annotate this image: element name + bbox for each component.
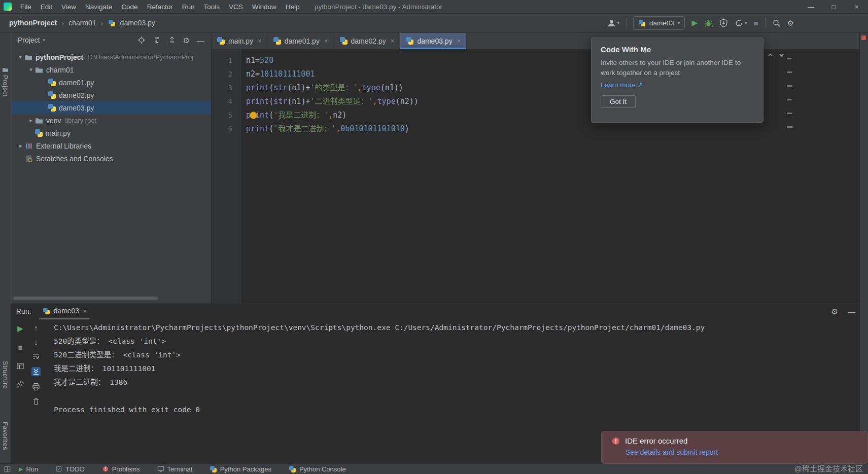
console-line: Process finished with exit code 0 — [54, 403, 856, 417]
menu-edit[interactable]: Edit — [36, 0, 57, 13]
chevron-expanded-icon[interactable]: ▾ — [16, 54, 24, 60]
close-tab-icon[interactable]: × — [391, 37, 395, 45]
notification-title: IDE error occurred — [625, 436, 687, 445]
breadcrumb-folder[interactable]: charm01 — [68, 19, 96, 27]
statusbar-run-button[interactable]: ▶ Run — [19, 465, 38, 473]
close-tab-icon[interactable]: × — [258, 37, 262, 45]
chevron-collapsed-icon[interactable]: ▸ — [17, 142, 25, 149]
menu-run[interactable]: Run — [178, 0, 199, 13]
minimize-button[interactable]: — — [800, 0, 822, 13]
tree-item-dame01[interactable]: dame01.py — [11, 76, 211, 89]
statusbar-todo-button[interactable]: TODO — [55, 465, 84, 473]
run-settings-gear-icon[interactable]: ⚙ — [831, 308, 838, 315]
code-pane[interactable]: n1=520 n2=101101111001 print(str(n1)+'的类… — [241, 50, 860, 303]
run-tab-dame03[interactable]: dame03 × — [39, 303, 90, 319]
tree-item-venv[interactable]: ▸ venv library root — [11, 114, 211, 127]
profiler-button[interactable]: ▾ — [735, 19, 747, 27]
got-it-button[interactable]: Got It — [601, 95, 636, 108]
up-stack-trace-button[interactable]: ↑ — [34, 324, 38, 332]
tool-stripe-project[interactable]: Project — [2, 75, 9, 96]
locate-file-button[interactable] — [137, 36, 146, 44]
run-button[interactable]: ▶ — [691, 18, 698, 27]
breadcrumb-file[interactable]: dame03.py — [120, 19, 155, 27]
menu-file[interactable]: File — [16, 0, 36, 13]
stop-button[interactable]: ■ — [753, 19, 758, 27]
breadcrumb-project[interactable]: pythonProject — [9, 19, 57, 27]
run-console-output[interactable]: C:\Users\Administrator\PycharmProjects\p… — [54, 321, 856, 417]
code-with-me-button[interactable]: ▾ — [607, 19, 620, 27]
tab-main-py[interactable]: main.py × — [212, 32, 268, 49]
breadcrumb-separator: › — [61, 19, 64, 27]
close-tab-icon[interactable]: × — [457, 37, 461, 45]
maximize-button[interactable]: □ — [822, 0, 845, 13]
menu-vcs[interactable]: VCS — [224, 0, 248, 13]
console-line: 520的类型是： <class 'int'> — [54, 335, 856, 348]
notification-indicator-icon[interactable] — [861, 35, 866, 40]
scratches-icon — [25, 155, 33, 163]
watermark: @稀土掘金技术社区 — [794, 463, 863, 473]
learn-more-link[interactable]: Learn more ↗ — [601, 81, 643, 89]
chevron-expanded-icon[interactable]: ▾ — [27, 66, 35, 73]
see-details-link[interactable]: See details and submit report — [626, 448, 859, 456]
statusbar-python-console-button[interactable]: Python Console — [289, 465, 346, 473]
menu-view[interactable]: View — [57, 0, 81, 13]
pin-tab-button[interactable] — [16, 380, 24, 388]
menu-help[interactable]: Help — [281, 0, 304, 13]
tool-window-switcher-icon[interactable] — [4, 466, 11, 472]
statusbar-problems-button[interactable]: Problems — [102, 465, 140, 473]
print-button[interactable] — [32, 383, 40, 391]
tab-dame02-py[interactable]: dame02.py × — [334, 32, 401, 49]
project-panel-header: Project ▾ ⚙ — — [11, 32, 211, 48]
tool-stripe-favorites[interactable]: Favorites — [2, 422, 9, 450]
clear-all-button[interactable] — [32, 397, 40, 406]
panel-settings-gear-icon[interactable]: ⚙ — [183, 37, 190, 44]
tool-stripe-structure[interactable]: Structure — [2, 361, 9, 389]
tree-item-external-libraries[interactable]: ▸ External Libraries — [11, 139, 211, 152]
tab-dame01-py[interactable]: dame01.py × — [268, 32, 334, 49]
chevron-down-icon[interactable] — [778, 52, 785, 58]
project-panel-title[interactable]: Project — [18, 36, 40, 44]
search-everywhere-button[interactable] — [772, 19, 781, 27]
shield-icon — [719, 19, 728, 27]
horizontal-scrollbar[interactable] — [13, 297, 158, 300]
menu-refactor[interactable]: Refactor — [143, 0, 178, 13]
coverage-button[interactable] — [719, 19, 728, 27]
ide-error-notification: IDE error occurred See details and submi… — [601, 431, 868, 464]
soft-wrap-button[interactable] — [32, 352, 40, 360]
settings-gear-icon[interactable]: ⚙ — [787, 19, 794, 27]
menu-tools[interactable]: Tools — [199, 0, 224, 13]
tree-item-scratches[interactable]: Scratches and Consoles — [11, 152, 211, 165]
close-tab-icon[interactable]: × — [324, 37, 328, 45]
close-button[interactable]: × — [845, 0, 868, 13]
close-run-tab-icon[interactable]: × — [83, 307, 87, 315]
run-config-selector[interactable]: dame03 ▾ — [633, 16, 685, 30]
debug-button[interactable] — [704, 19, 713, 27]
error-stripe-mark — [787, 58, 792, 59]
statusbar-python-packages-button[interactable]: Python Packages — [210, 465, 271, 473]
statusbar-terminal-button[interactable]: Terminal — [157, 465, 192, 473]
down-stack-trace-button[interactable]: ↓ — [34, 338, 38, 346]
collapse-all-button[interactable] — [168, 36, 176, 44]
tree-item-pythonProject[interactable]: ▾ pythonProject C:\Users\Administrator\P… — [11, 51, 211, 63]
tree-item-dame02[interactable]: dame02.py — [11, 89, 211, 101]
expand-all-button[interactable] — [153, 36, 161, 44]
intention-bulb-icon[interactable] — [250, 112, 257, 119]
todo-icon — [55, 465, 62, 472]
scroll-to-end-button-selected[interactable] — [31, 367, 41, 376]
restore-layout-button[interactable] — [16, 362, 24, 370]
rerun-button[interactable]: ▶ — [17, 324, 23, 333]
menu-window[interactable]: Window — [248, 0, 281, 13]
tree-item-main[interactable]: main.py — [11, 127, 211, 139]
terminal-icon — [157, 465, 164, 472]
tree-item-charm01[interactable]: ▾ charm01 — [11, 63, 211, 76]
hide-panel-button[interactable]: — — [197, 37, 204, 44]
chevron-up-icon[interactable] — [767, 52, 774, 58]
error-icon — [612, 437, 620, 445]
chevron-collapsed-icon[interactable]: ▸ — [27, 117, 35, 124]
menu-navigate[interactable]: Navigate — [81, 0, 117, 13]
stop-process-button[interactable]: ■ — [18, 343, 22, 352]
menu-code[interactable]: Code — [117, 0, 142, 13]
tree-item-dame03-selected[interactable]: dame03.py — [11, 101, 211, 114]
tab-dame03-py-active[interactable]: dame03.py × — [400, 32, 466, 49]
hide-run-panel-button[interactable]: — — [848, 308, 855, 315]
